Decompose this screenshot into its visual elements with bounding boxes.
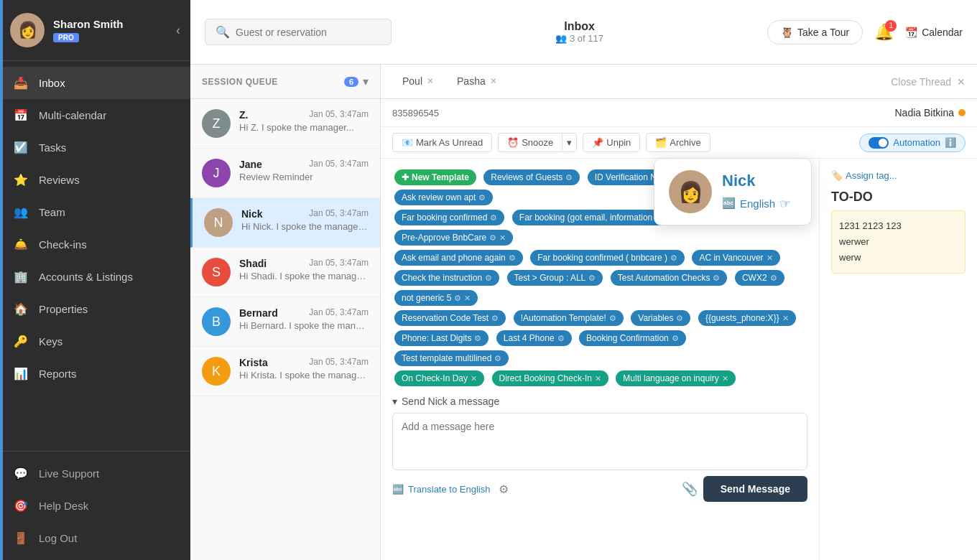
sidebar-item-check-ins[interactable]: 🛎️ Check-ins [0,228,190,261]
tag-chip[interactable]: Ask email and phone again ⚙ [394,250,523,266]
tab-close-icon[interactable]: ✕ [427,76,434,86]
sidebar-item-multi-calendar[interactable]: 📅 Multi-calendar [0,99,190,131]
sidebar-item-inbox[interactable]: 📥 Inbox [0,67,190,99]
tab-pasha[interactable]: Pasha ✕ [447,68,507,95]
tag-settings-icon[interactable]: ⚙ [485,274,492,283]
attachment-icon[interactable]: 📎 [682,481,698,497]
tag-settings-icon[interactable]: ⚙ [474,334,481,343]
tag-label: Reservation Code Test [402,313,488,323]
sidebar-item-live-support[interactable]: 💬 Live Support [0,457,190,490]
collapse-icon[interactable]: ‹ [176,23,180,38]
conversation-item[interactable]: K Krista Jan 05, 3:47am Hi Krista. I spo… [190,347,380,396]
close-thread-area[interactable]: Close Thread ✕ [891,76,966,88]
tag-chip[interactable]: Multi language on inquiry ✕ [616,370,735,386]
translate-button[interactable]: 🔤 Translate to English [392,484,490,495]
tag-chip[interactable]: not generic 5 ⚙ ✕ [394,290,478,306]
mark-as-unread-button[interactable]: 📧 Mark As Unread [392,133,492,152]
tag-chip[interactable]: AC in Vancouver ✕ [692,250,779,266]
compose-settings-icon[interactable]: ⚙ [499,482,509,496]
sidebar-item-reviews[interactable]: ⭐ Reviews [0,164,190,196]
tag-chip[interactable]: Test Automation Checks ⚙ [611,270,728,286]
tag-chip[interactable]: Booking Confirmation ⚙ [579,330,686,346]
tag-settings-icon[interactable]: ⚙ [454,294,461,303]
sidebar-item-reports[interactable]: 📊 Reports [0,358,190,390]
tag-settings-icon[interactable]: ⚙ [588,274,596,283]
tag-label: Pre-Approve BnbCare [402,233,486,243]
tag-chip[interactable]: Variables ⚙ [631,310,690,326]
tag-settings-icon[interactable]: ⚙ [494,354,501,363]
tag-settings-icon[interactable]: ⚙ [713,274,720,283]
expand-icon[interactable]: ▾ [363,75,369,88]
sidebar-item-accounts-listings[interactable]: 🏢 Accounts & Listings [0,261,190,293]
sidebar-item-properties[interactable]: 🏠 Properties [0,293,190,325]
tag-chip[interactable]: Reviews of Guests ⚙ [483,169,580,185]
conversation-item[interactable]: Z Z. Jan 05, 3:47am Hi Z. I spoke the ma… [190,99,380,149]
tag-settings-icon[interactable]: ⚙ [478,193,486,202]
tag-close-icon[interactable]: ✕ [595,374,601,383]
search-input[interactable] [236,27,381,38]
tag-settings-icon[interactable]: ⚙ [676,314,683,323]
close-thread-icon[interactable]: ✕ [957,76,966,88]
tag-close-icon[interactable]: ✕ [767,253,773,263]
tag-chip[interactable]: On Check-In Day ✕ [394,370,484,386]
avatar: Z [202,109,231,138]
tag-settings-icon[interactable]: ⚙ [670,253,677,263]
unpin-button[interactable]: 📌 Unpin [583,133,640,152]
send-message-button[interactable]: Send Message [703,476,807,502]
conversation-item-nick[interactable]: N Nick Jan 05, 3:47am Hi Nick. I spoke t… [190,198,380,248]
sidebar-item-keys[interactable]: 🔑 Keys [0,325,190,358]
tag-chip[interactable]: Phone: Last Digits ⚙ [394,330,488,346]
tag-chip[interactable]: !Automation Template! ⚙ [514,310,624,326]
calendar-button[interactable]: 📆 Calendar [905,27,963,38]
tag-settings-icon[interactable]: ⚙ [609,314,616,323]
tag-close-icon[interactable]: ✕ [471,374,477,383]
tag-settings-icon[interactable]: ⚙ [490,213,497,223]
automation-toggle[interactable]: Automation ℹ️ [859,134,966,152]
assign-tag-button[interactable]: 🏷️ Assign tag... [831,170,966,181]
tag-close-icon[interactable]: ✕ [464,294,471,303]
notifications-button[interactable]: 🔔 1 [874,23,894,42]
sidebar-item-team[interactable]: 👥 Team [0,196,190,228]
tag-chip[interactable]: Far booking confirmed ⚙ [394,210,504,225]
tag-chip[interactable]: Pre-Approve BnbCare ⚙ ✕ [394,230,513,246]
tag-chip[interactable]: Check the instruction ⚙ [394,270,499,286]
sidebar-item-log-out[interactable]: 🚪 Log Out [0,522,190,554]
tag-close-icon[interactable]: ✕ [499,233,506,243]
conversation-item[interactable]: S Shadi Jan 05, 3:47am Hi Shadi. I spoke… [190,248,380,297]
tag-chip[interactable]: CWX2 ⚙ [735,270,784,286]
compose-textarea[interactable] [393,414,807,464]
tag-settings-icon[interactable]: ⚙ [557,334,565,343]
tag-close-icon[interactable]: ✕ [782,314,789,323]
tag-chip[interactable]: Reservation Code Test ⚙ [394,310,506,326]
nick-popup-lang-button[interactable]: 🔤 English ☞ [722,195,791,212]
tag-chip[interactable]: Test > Group : ALL ⚙ [507,270,603,286]
sidebar-item-help-desk[interactable]: 🎯 Help Desk [0,490,190,522]
tag-settings-icon[interactable]: ⚙ [565,173,573,182]
tag-new-template[interactable]: ✚ New Template [394,169,476,185]
conversation-item[interactable]: J Jane Jan 05, 3:47am Review Reminder [190,149,380,198]
snooze-dropdown-button[interactable]: ▾ [562,133,577,152]
tag-settings-icon[interactable]: ⚙ [489,233,496,243]
tag-chip[interactable]: Last 4 Phone ⚙ [496,330,572,346]
tag-settings-icon[interactable]: ⚙ [509,253,516,263]
sidebar-item-tasks[interactable]: ☑️ Tasks [0,131,190,164]
search-box[interactable]: 🔍 [205,19,392,45]
compose-header-label: Send Nick a message [402,396,499,407]
tag-chip[interactable]: Test template multilined ⚙ [394,350,509,366]
tag-settings-icon[interactable]: ⚙ [491,314,499,323]
tag-chip[interactable]: Far booking confirmed ( bnbcare ) ⚙ [530,250,685,266]
tag-close-icon[interactable]: ✕ [722,374,728,383]
tab-poul[interactable]: Poul ✕ [392,68,444,95]
take-tour-button[interactable]: 🦉 Take a Tour [767,20,863,45]
tab-close-icon[interactable]: ✕ [490,76,497,86]
conversation-item[interactable]: B Bernard Jan 05, 3:47am Hi Bernard. I s… [190,297,380,347]
tag-settings-icon[interactable]: ⚙ [770,274,777,283]
tag-chip[interactable]: Direct Booking Check-In ✕ [492,370,608,386]
tag-chip[interactable]: {{guests_phone:X}} ✕ [698,310,796,326]
tag-chip[interactable]: Ask review own apt ⚙ [394,190,493,205]
archive-button[interactable]: 🗂️ Archive [646,133,710,152]
snooze-button[interactable]: ⏰ Snooze [498,133,562,152]
tag-label: Far booking confirmed ( bnbcare ) [537,253,667,263]
session-count-badge: 6 [344,77,358,87]
tag-settings-icon[interactable]: ⚙ [672,334,679,343]
